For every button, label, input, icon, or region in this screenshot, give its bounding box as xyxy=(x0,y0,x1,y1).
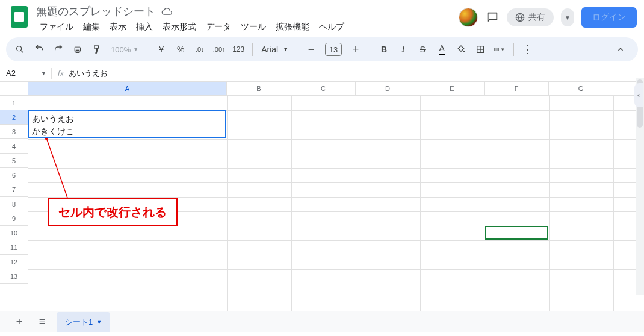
sheet-tab-label: シート1 xyxy=(65,317,93,328)
row-header-5[interactable]: 5 xyxy=(0,154,28,168)
svg-rect-5 xyxy=(76,50,79,52)
login-button[interactable]: ログイン xyxy=(581,7,637,28)
menu-format[interactable]: 表示形式 xyxy=(159,20,200,34)
menu-insert[interactable]: 挿入 xyxy=(132,20,156,34)
row-header-10[interactable]: 10 xyxy=(0,226,28,240)
col-header-G[interactable]: G xyxy=(549,82,613,95)
annotation-text: セル内で改行される xyxy=(58,205,167,219)
redo-icon[interactable] xyxy=(53,44,64,55)
menu-bar: ファイル 編集 表示 挿入 表示形式 データ ツール 拡張機能 ヘルプ xyxy=(36,20,454,34)
add-sheet-button[interactable]: + xyxy=(11,314,28,331)
menu-data[interactable]: データ xyxy=(202,20,235,34)
row-header-6[interactable]: 6 xyxy=(0,168,28,182)
italic-icon[interactable]: I xyxy=(398,44,409,55)
increase-decimal-icon[interactable]: .00↑ xyxy=(214,44,224,55)
row-header-12[interactable]: 12 xyxy=(0,255,28,269)
row-header-3[interactable]: 3 xyxy=(0,125,28,139)
sheets-logo[interactable] xyxy=(7,5,31,29)
share-label: 共有 xyxy=(528,12,545,23)
menu-edit[interactable]: 編集 xyxy=(79,20,104,34)
cell-line2: かきくけこ xyxy=(32,125,223,138)
format-123-icon[interactable]: 123 xyxy=(233,44,244,55)
active-cell-A2[interactable]: あいうえお かきくけこ xyxy=(28,110,226,138)
svg-line-2 xyxy=(21,51,23,52)
sheet-tab-bar: + ≡ シート1 ▼ xyxy=(0,311,644,332)
all-sheets-button[interactable]: ≡ xyxy=(34,314,51,331)
sheet-tab-1[interactable]: シート1 ▼ xyxy=(57,312,110,332)
cell-line1: あいうえお xyxy=(32,113,223,125)
text-color-icon[interactable]: A xyxy=(436,44,447,55)
undo-icon[interactable] xyxy=(34,44,45,55)
col-header-F[interactable]: F xyxy=(485,82,549,95)
row-header-13[interactable]: 13 xyxy=(0,269,28,284)
menu-view[interactable]: 表示 xyxy=(106,20,130,34)
row-header-9[interactable]: 9 xyxy=(0,211,28,226)
print-icon[interactable] xyxy=(72,44,83,55)
zoom-select[interactable]: 100% ▼ xyxy=(111,45,138,54)
paint-format-icon[interactable] xyxy=(91,44,102,55)
fill-color-icon[interactable] xyxy=(456,44,466,55)
doc-title[interactable]: 無題のスプレッドシート xyxy=(36,4,155,19)
search-icon[interactable] xyxy=(14,44,25,55)
font-select[interactable]: Arial▼ xyxy=(261,45,288,54)
select-all-corner[interactable] xyxy=(0,82,28,95)
percent-icon[interactable]: % xyxy=(175,44,186,55)
row-header-8[interactable]: 8 xyxy=(0,197,28,211)
font-size-input[interactable]: 13 xyxy=(325,43,342,56)
col-header-E[interactable]: E xyxy=(420,82,485,95)
annotation-box: セル内で改行される xyxy=(48,198,178,226)
more-icon[interactable]: ⋮ xyxy=(522,44,533,55)
name-box-dropdown[interactable]: ▼ xyxy=(36,70,51,76)
share-dropdown[interactable]: ▼ xyxy=(561,8,574,26)
col-header-A[interactable]: A xyxy=(28,82,227,95)
menu-file[interactable]: ファイル xyxy=(36,20,77,34)
merge-cells-icon[interactable]: ▼ xyxy=(494,44,505,55)
strikethrough-icon[interactable]: S xyxy=(417,44,428,55)
row-header-1[interactable]: 1 xyxy=(0,96,28,110)
formula-input[interactable]: あいうえお xyxy=(69,68,108,79)
decrease-decimal-icon[interactable]: .0↓ xyxy=(194,44,205,55)
svg-rect-6 xyxy=(94,46,99,48)
svg-point-1 xyxy=(17,46,22,51)
decrease-font-icon[interactable]: − xyxy=(306,44,317,55)
name-box[interactable]: A2 xyxy=(0,69,36,78)
menu-extensions[interactable]: 拡張機能 xyxy=(272,20,313,34)
currency-yen-icon[interactable]: ¥ xyxy=(156,44,167,55)
side-panel-toggle[interactable]: ‹ xyxy=(634,83,643,107)
share-button[interactable]: 共有 xyxy=(507,8,554,26)
avatar[interactable] xyxy=(459,8,478,27)
svg-rect-11 xyxy=(495,48,496,51)
svg-line-13 xyxy=(46,138,69,203)
collaborator-cursor-F10 xyxy=(485,226,548,240)
fx-label: fx xyxy=(58,69,64,78)
row-header-11[interactable]: 11 xyxy=(0,240,28,255)
collapse-toolbar-icon[interactable] xyxy=(611,40,630,58)
bold-icon[interactable]: B xyxy=(379,44,389,55)
menu-tools[interactable]: ツール xyxy=(237,20,270,34)
svg-rect-12 xyxy=(497,48,498,51)
borders-icon[interactable] xyxy=(475,44,486,55)
cloud-icon xyxy=(161,7,172,16)
svg-point-7 xyxy=(463,51,465,52)
menu-help[interactable]: ヘルプ xyxy=(315,20,348,34)
col-header-B[interactable]: B xyxy=(227,82,291,95)
comments-icon[interactable] xyxy=(485,10,500,25)
svg-point-14 xyxy=(45,138,48,140)
col-header-D[interactable]: D xyxy=(356,82,420,95)
svg-rect-4 xyxy=(76,46,79,48)
toolbar: 100% ▼ ¥ % .0↓ .00↑ 123 Arial▼ − 13 + B … xyxy=(6,37,638,61)
spreadsheet-grid[interactable]: A B C D E F G 1 2 3 4 5 6 7 8 9 10 11 12… xyxy=(0,82,644,313)
row-header-7[interactable]: 7 xyxy=(0,182,28,197)
increase-font-icon[interactable]: + xyxy=(350,44,361,55)
row-header-2[interactable]: 2 xyxy=(0,110,28,125)
col-header-C[interactable]: C xyxy=(291,82,356,95)
sheet-tab-menu-icon[interactable]: ▼ xyxy=(96,319,102,325)
vertical-scrollbar[interactable] xyxy=(636,78,644,295)
formula-bar: A2 ▼ fx あいうえお xyxy=(0,65,644,82)
row-header-4[interactable]: 4 xyxy=(0,139,28,154)
